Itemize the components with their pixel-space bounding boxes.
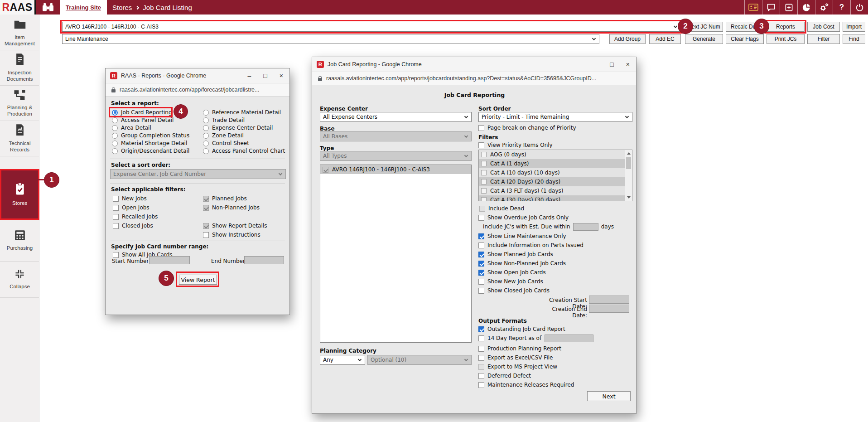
scrollbar[interactable] (625, 150, 632, 201)
raas-logo[interactable]: RAAS (0, 0, 36, 15)
breadcrumb-section[interactable]: Stores (112, 4, 132, 11)
maximize-icon[interactable]: □ (610, 61, 613, 68)
checkbox-recalled-jobs[interactable]: Recalled Jobs (113, 213, 158, 220)
chat-icon[interactable] (762, 0, 780, 15)
priority-listbox[interactable]: AOG (0 days) Cat A (1 days) Cat A (10 da… (478, 150, 632, 201)
radio-area-detail[interactable]: Area Detail (112, 124, 151, 131)
checkbox-export-excel-csv[interactable]: Export as Excel/CSV File (478, 354, 553, 361)
checkbox-closed-jobs[interactable]: Closed Jobs (113, 222, 153, 229)
checkbox-outstanding-job-card-report[interactable]: Outstanding Job Card Report (478, 325, 565, 333)
checkbox-show-new-job-cards[interactable]: Show New Job Cards (478, 278, 543, 285)
sort-order-select[interactable]: Priority - Limit - Time Remaining (478, 112, 632, 122)
checkbox-show-closed-job-cards[interactable]: Show Closed Job Cards (478, 287, 550, 294)
jcr-dialog-urlbar[interactable]: raasais.aviationintertec.com/app/reports… (312, 72, 636, 85)
view-report-button[interactable]: View Report (179, 275, 217, 285)
checkbox-page-break[interactable]: Page break on change of Priority (478, 124, 576, 131)
checkbox-deferred-defect[interactable]: Deferred Defect (478, 372, 531, 379)
priority-item[interactable]: Cat A (10 days) (10 days) (479, 168, 632, 177)
pie-chart-icon[interactable] (797, 0, 815, 15)
generate-button[interactable]: Generate (685, 34, 723, 44)
checkbox-maintenance-releases-required[interactable]: Maintenance Releases Required (478, 381, 574, 388)
planning-category-select[interactable]: Any (320, 355, 365, 365)
add-window-icon[interactable] (780, 0, 797, 15)
find-button[interactable]: Find (843, 34, 865, 44)
checkbox-show-line-maintenance-only[interactable]: Show Line Maintenance Only (478, 233, 566, 240)
add-ec-button[interactable]: Add EC (649, 34, 681, 44)
expense-center-select[interactable]: All Expense Centers (320, 112, 472, 122)
sidebar-item-collapse[interactable]: Collapse (0, 262, 39, 298)
sidebar-item-inspection-documents[interactable]: Inspection Documents (0, 50, 39, 86)
checkbox-show-overdue-only[interactable]: Show Overdue Job Cards Only (478, 214, 569, 221)
add-group-button[interactable]: Add Group (609, 34, 646, 44)
checkbox-open-jobs[interactable]: Open Jobs (113, 204, 149, 211)
radio-access-panel-detail[interactable]: Access Panel Detail (112, 116, 174, 124)
checkbox-icon (478, 125, 484, 131)
minimize-icon[interactable]: – (248, 72, 251, 79)
sidebar-item-planning-production[interactable]: Planning & Production (0, 86, 39, 121)
radio-reference-material-detail[interactable]: Reference Material Detail (203, 109, 281, 116)
next-button[interactable]: Next (587, 391, 631, 401)
jc-group-select[interactable]: Line Maintenance (62, 34, 599, 44)
sort-order-select[interactable]: Expense Center, Job Card Number (110, 169, 286, 179)
radio-job-card-reporting[interactable]: Job Card Reporting (112, 109, 172, 116)
due-within-input[interactable] (573, 223, 598, 231)
filter-button[interactable]: Filter (807, 34, 840, 44)
radio-zone-detail[interactable]: Zone Detail (203, 132, 244, 139)
profile-card-icon[interactable] (744, 0, 762, 15)
radio-expense-center-detail[interactable]: Expense Center Detail (203, 124, 273, 131)
creation-end-date-input[interactable] (589, 305, 629, 313)
scroll-up-icon[interactable] (625, 150, 632, 157)
priority-item[interactable]: Cat A (20 Days) (20 days) (479, 177, 632, 186)
14-day-report-date-input[interactable] (545, 335, 593, 342)
checkbox-production-planning-report[interactable]: Production Planning Report (478, 345, 561, 352)
print-jcs-button[interactable]: Print JCs (767, 34, 805, 44)
aircraft-list-item[interactable]: AVRO 146RJ100 - 146RJ100 - C-AIS3 (320, 165, 471, 174)
radio-material-shortage-detail[interactable]: Material Shortage Detail (112, 140, 187, 147)
radio-origin-descendant-detail[interactable]: Origin/Descendant Detail (112, 147, 189, 155)
job-cost-button[interactable]: Job Cost (807, 22, 840, 32)
power-icon[interactable] (850, 0, 868, 15)
minimize-icon[interactable]: – (594, 61, 598, 68)
priority-item[interactable]: Cat A (3 FLT days) (1 days) (479, 186, 632, 195)
reports-button[interactable]: Reports (767, 22, 805, 32)
tab-training-site[interactable]: Training Site (60, 0, 107, 15)
checkbox-show-open-job-cards[interactable]: Show Open Job Cards (478, 269, 546, 276)
close-icon[interactable]: × (626, 61, 630, 68)
close-icon[interactable]: × (280, 72, 283, 79)
sidebar-item-technical-records[interactable]: Technical Records (0, 121, 39, 156)
checkbox-14-day-report[interactable]: 14 Day Report as of (478, 335, 593, 342)
radio-control-sheet[interactable]: Control Sheet (203, 140, 249, 147)
type-select: All Types (320, 151, 472, 161)
checkbox-new-jobs[interactable]: New Jobs (113, 195, 147, 202)
radio-group-completion-status[interactable]: Group Completion Status (112, 132, 189, 139)
radio-trade-detail[interactable]: Trade Detail (203, 116, 245, 124)
settings-gears-icon[interactable] (815, 0, 833, 15)
sidebar-item-stores[interactable]: Stores (0, 169, 39, 220)
checkbox-view-priority-only[interactable]: View Priority Items Only (478, 141, 553, 149)
maximize-icon[interactable]: □ (263, 72, 267, 79)
checkbox-show-planned-job-cards[interactable]: Show Planned Job Cards (478, 251, 553, 258)
scroll-down-icon[interactable] (625, 194, 632, 201)
priority-item[interactable]: AOG (0 days) (479, 150, 632, 159)
end-number-input[interactable] (244, 256, 284, 264)
creation-start-date-input[interactable] (589, 296, 629, 304)
scrollbar-thumb[interactable] (626, 157, 631, 169)
reports-dialog-urlbar[interactable]: raasais.aviationintertec.com/app/forecas… (106, 83, 289, 97)
ac-or-co-select[interactable]: AVRO 146RJ100 - 146RJ100 - C-AIS3 (62, 22, 681, 32)
help-icon[interactable]: ? (833, 0, 850, 15)
sidebar-item-purchasing[interactable]: Purchasing (0, 220, 39, 262)
checkbox-include-parts-issued-info[interactable]: Include Information on Parts Issued (478, 242, 583, 249)
priority-item[interactable]: Cat A (1 days) (479, 159, 632, 168)
radio-access-panel-control-chart[interactable]: Access Panel Control Chart (203, 147, 285, 155)
checkbox-show-instructions[interactable]: Show Instructions (203, 231, 260, 238)
reports-dialog-titlebar[interactable]: R RAAS - Reports - Google Chrome – □ × (106, 68, 289, 83)
binoculars-icon[interactable] (42, 2, 54, 14)
checkbox-show-non-planned-job-cards[interactable]: Show Non-Planned Job Cards (478, 260, 566, 267)
sidebar-item-item-management[interactable]: Item Management (0, 16, 39, 50)
start-number-input[interactable] (149, 256, 190, 264)
clear-flags-button[interactable]: Clear Flags (726, 34, 764, 44)
aircraft-listbox[interactable]: AVRO 146RJ100 - 146RJ100 - C-AIS3 (320, 165, 472, 343)
import-button[interactable]: Import (843, 22, 865, 32)
priority-item[interactable]: Cat A (30 Days) (30 days) (479, 195, 632, 201)
jcr-dialog-titlebar[interactable]: R Job Card Reporting - Google Chrome – □… (312, 57, 636, 72)
